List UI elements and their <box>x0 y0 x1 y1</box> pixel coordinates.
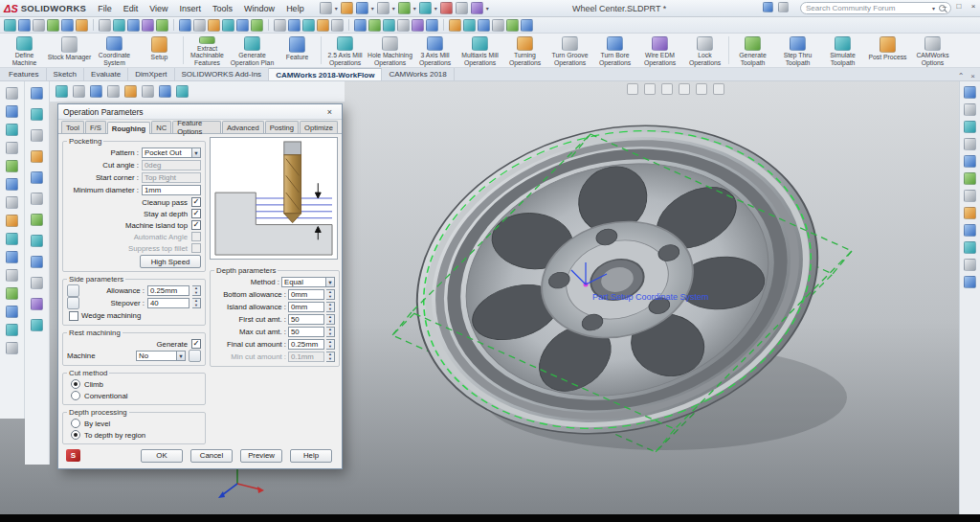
right-toolbar-icon[interactable] <box>964 207 976 219</box>
preview-button[interactable]: Preview <box>240 449 282 463</box>
conventional-radio[interactable] <box>71 391 80 400</box>
tab-sketch[interactable]: Sketch <box>47 68 84 80</box>
toolbar-icon[interactable] <box>412 19 424 32</box>
new-document-icon[interactable] <box>320 2 332 14</box>
toolbar-icon[interactable] <box>208 19 220 32</box>
section-view-icon[interactable] <box>661 83 673 95</box>
left-toolbar-icon[interactable] <box>6 160 18 172</box>
left-toolbar-icon[interactable] <box>6 324 18 336</box>
ribbon-define-machine[interactable]: Define Machine <box>2 34 47 66</box>
left-toolbar-icon[interactable] <box>6 142 18 154</box>
tree-header-icon[interactable] <box>90 85 102 98</box>
chevron-down-icon[interactable]: ▼ <box>325 277 335 287</box>
right-toolbar-icon[interactable] <box>964 224 976 237</box>
first-cut-amt-spinner[interactable] <box>326 314 335 325</box>
tab-features[interactable]: Features <box>2 68 47 80</box>
tree-tool-icon[interactable] <box>31 277 43 289</box>
chevron-down-icon[interactable]: ▼ <box>176 351 186 361</box>
toolbar-icon[interactable] <box>222 19 234 32</box>
tree-header-icon[interactable] <box>56 85 68 98</box>
tab-evaluate[interactable]: Evaluate <box>84 68 128 80</box>
left-toolbar-icon[interactable] <box>6 105 18 118</box>
options-icon[interactable] <box>471 2 483 14</box>
search-box[interactable]: Search Community Forum ▾ <box>800 2 951 14</box>
toolbar-icon[interactable] <box>383 19 395 32</box>
display-style-icon[interactable] <box>696 83 707 95</box>
print-icon[interactable] <box>377 2 390 14</box>
toolbar-icon[interactable] <box>354 19 367 32</box>
left-toolbar-icon[interactable] <box>6 87 18 100</box>
tree-header-icon[interactable] <box>142 85 154 98</box>
toolbar-icon[interactable] <box>179 19 191 32</box>
left-toolbar-icon[interactable] <box>6 269 18 282</box>
menu-insert[interactable]: Insert <box>174 4 208 13</box>
toolbar-icon[interactable] <box>521 19 533 32</box>
tree-tool-icon[interactable] <box>31 129 43 142</box>
right-toolbar-icon[interactable] <box>964 121 976 133</box>
tree-header-icon[interactable] <box>124 85 137 98</box>
ribbon-extract-machinable-features[interactable]: Extract Machinable Features <box>185 34 230 66</box>
dialog-tab-roughing[interactable]: Roughing <box>107 122 150 134</box>
help-button[interactable]: Help <box>290 449 332 463</box>
right-toolbar-icon[interactable] <box>964 103 976 116</box>
toolbar-icon[interactable] <box>251 19 263 32</box>
left-toolbar-icon[interactable] <box>6 287 18 300</box>
toolbar-icon[interactable] <box>302 19 315 32</box>
ribbon-3-axis-mill-operations[interactable]: 3 Axis Mill Operations <box>412 34 457 66</box>
tree-header-icon[interactable] <box>176 85 189 98</box>
allowance-input[interactable]: 0.25mm <box>147 285 189 296</box>
ribbon-post-process[interactable]: Post Process <box>865 34 910 66</box>
tree-header-icon[interactable] <box>73 85 85 98</box>
tree-tool-icon[interactable] <box>31 319 43 331</box>
ribbon-lock-operations[interactable]: Lock Operations <box>682 34 727 66</box>
ribbon-stock-manager[interactable]: Stock Manager <box>47 34 92 66</box>
tab-dimxpert[interactable]: DimXpert <box>128 68 174 80</box>
tree-header-icon[interactable] <box>159 85 171 98</box>
ribbon-step-thru-toolpath[interactable]: Step Thru Toolpath <box>775 34 820 66</box>
max-cut-amt-input[interactable]: 50 <box>288 327 324 337</box>
ribbon-hole-machining-operations[interactable]: Hole Machining Operations <box>368 34 412 66</box>
left-toolbar-icon[interactable] <box>6 306 18 318</box>
ribbon-25-axis-mill-operations[interactable]: 2.5 Axis Mill Operations <box>323 34 368 66</box>
toolbar-icon[interactable] <box>478 19 490 32</box>
ribbon-multiaxis-mill-operations[interactable]: Multiaxis Mill Operations <box>457 34 502 66</box>
tree-tool-icon[interactable] <box>31 235 43 247</box>
left-toolbar-icon[interactable] <box>6 196 18 209</box>
cancel-button[interactable]: Cancel <box>190 449 233 463</box>
chevron-down-icon[interactable]: ▼ <box>191 148 201 158</box>
left-toolbar-icon[interactable] <box>6 251 18 263</box>
ribbon-camworks-options[interactable]: CAMWorks Options <box>910 34 955 66</box>
machine-select[interactable]: No ▼ <box>136 351 186 361</box>
save-icon[interactable] <box>356 2 368 14</box>
view-orientation-icon[interactable] <box>679 83 690 95</box>
left-toolbar-icon[interactable] <box>6 342 18 354</box>
machine-island-top-checkbox[interactable] <box>191 220 201 230</box>
chevron-down-icon[interactable]: ▾ <box>371 5 374 11</box>
by-level-radio[interactable] <box>71 419 80 428</box>
ok-button[interactable]: OK <box>141 449 183 463</box>
ribbon-generate-operation-plan[interactable]: Generate Operation Plan <box>230 34 275 66</box>
tree-tool-icon[interactable] <box>31 214 43 226</box>
min-cut-amount-input[interactable]: 0.1mm <box>288 352 324 362</box>
collapse-ribbon-icon[interactable]: ⌃ <box>958 72 965 80</box>
right-toolbar-icon[interactable] <box>964 172 976 185</box>
bottom-allowance-input[interactable]: 0mm <box>288 289 324 300</box>
toolbar-icon[interactable] <box>331 19 344 32</box>
menu-file[interactable]: File <box>92 4 118 13</box>
ribbon-simulate-toolpath[interactable]: Simulate Toolpath <box>820 34 865 66</box>
open-icon[interactable] <box>341 2 353 14</box>
file-properties-icon[interactable] <box>456 2 468 14</box>
toolbar-icon[interactable] <box>193 19 206 32</box>
search-scope-chevron-icon[interactable]: ▾ <box>932 5 935 11</box>
toolbar-icon[interactable] <box>463 19 476 32</box>
right-toolbar-icon[interactable] <box>964 241 976 254</box>
toolbar-icon[interactable] <box>274 19 286 32</box>
tree-tool-icon[interactable] <box>31 298 43 310</box>
tab-camworks-2018-workflow[interactable]: CAMWorks 2018-WorkFlow <box>269 68 382 80</box>
dialog-title-bar[interactable]: Operation Parameters × <box>58 104 342 120</box>
high-speed-button[interactable]: High Speed <box>140 255 201 268</box>
tree-tool-icon[interactable] <box>31 87 43 100</box>
left-toolbar-icon[interactable] <box>6 124 18 136</box>
right-toolbar-icon[interactable] <box>964 138 976 150</box>
start-corner-input[interactable]: Top Right <box>142 172 201 183</box>
